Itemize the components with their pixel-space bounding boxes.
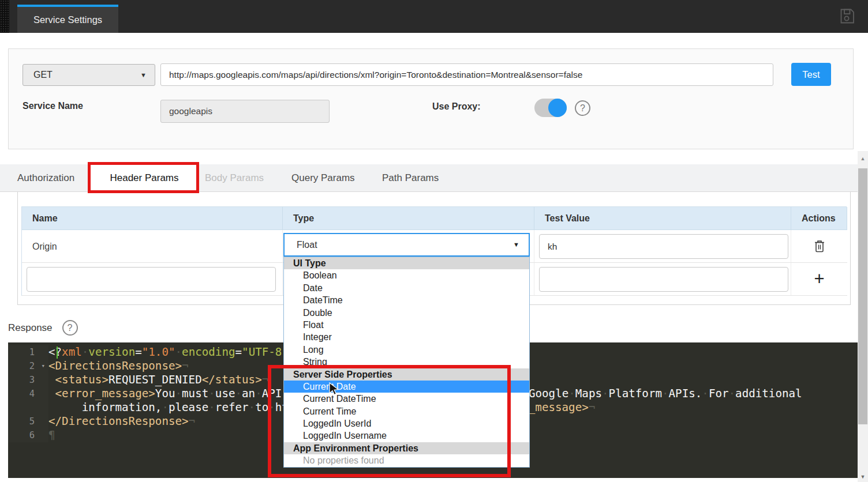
method-select[interactable]: GET ▼: [23, 64, 155, 86]
column-header-test-value: Test Value: [534, 207, 791, 230]
tab-header-params[interactable]: Header Params: [89, 164, 199, 193]
tab-query-params[interactable]: Query Params: [291, 164, 355, 192]
chevron-down-icon: ▼: [513, 234, 519, 255]
param-name-value: Origin: [22, 230, 282, 263]
dropdown-option-datetime[interactable]: DateTime: [284, 294, 529, 306]
top-bar: Service Settings: [0, 0, 868, 33]
line-number: 1: [8, 345, 48, 359]
chevron-down-icon: ▼: [140, 65, 147, 85]
dropdown-option-current-time[interactable]: Current Time: [284, 405, 529, 417]
option-group-app-environment-properties: App Environment Properties: [284, 442, 529, 454]
text-caret: [57, 347, 58, 359]
vertical-scrollbar[interactable]: ▲ ▼: [858, 151, 868, 482]
tab-body-params: Body Params: [205, 164, 264, 192]
delete-row-button[interactable]: [791, 230, 847, 262]
new-param-name-input[interactable]: [27, 267, 276, 292]
panel-handle[interactable]: [0, 0, 9, 33]
new-test-value-input[interactable]: [539, 267, 788, 292]
param-test-value-cell: [534, 230, 791, 263]
test-button[interactable]: Test: [791, 63, 831, 86]
response-label: Response: [8, 322, 53, 334]
dropdown-option-integer[interactable]: Integer: [284, 331, 529, 343]
fold-arrow-icon[interactable]: ▾: [41, 359, 45, 373]
new-row-actions-cell: +: [791, 263, 847, 296]
request-form: GET ▼ Test Service Name Use Proxy: ?: [8, 48, 854, 149]
dropdown-option-boolean[interactable]: Boolean: [284, 269, 529, 281]
service-name-label: Service Name: [23, 101, 83, 111]
dropdown-option-date[interactable]: Date: [284, 282, 529, 294]
line-number: 3: [8, 373, 48, 387]
proxy-help-icon[interactable]: ?: [575, 100, 590, 116]
response-help-icon[interactable]: ?: [62, 320, 78, 336]
dropdown-option-string[interactable]: String: [284, 356, 529, 368]
column-header-type: Type: [283, 207, 534, 230]
line-number: 2▾: [8, 359, 48, 373]
table-row: Origin: [22, 230, 283, 263]
page-title: Service Settings: [33, 14, 102, 25]
line-number: [8, 401, 48, 415]
tab-path-params[interactable]: Path Params: [382, 164, 439, 192]
type-dropdown-list: UI TypeBooleanDateDateTimeDoubleFloatInt…: [283, 257, 530, 468]
method-value: GET: [33, 70, 53, 80]
trash-icon: [813, 239, 826, 254]
save-button[interactable]: [838, 7, 858, 27]
plus-icon: +: [814, 269, 824, 289]
use-proxy-label: Use Proxy:: [432, 101, 481, 112]
dropdown-option-double[interactable]: Double: [284, 307, 529, 319]
column-header-actions: Actions: [791, 207, 847, 230]
dropdown-option-current-datetime[interactable]: Current DateTime: [284, 393, 529, 405]
service-name-input[interactable]: [160, 100, 330, 123]
line-number: 4: [8, 387, 48, 401]
dropdown-option-current-date[interactable]: Current Date: [284, 381, 529, 393]
new-row-test-value-cell: [534, 263, 791, 296]
new-row-name-cell: [22, 263, 283, 296]
dropdown-option-no-properties-found: No properties found: [284, 454, 529, 466]
dropdown-option-loggedin-username[interactable]: LoggedIn Username: [284, 430, 529, 442]
param-tabs: AuthorizationHeader ParamsBody ParamsQue…: [0, 164, 858, 192]
option-group-server-side-properties: Server Side Properties: [284, 368, 529, 381]
option-group-ui-type: UI Type: [284, 257, 529, 269]
line-number: 6: [8, 428, 48, 442]
dropdown-option-loggedin-userid[interactable]: LoggedIn UserId: [284, 417, 529, 430]
column-header-name: Name: [22, 207, 283, 230]
scrollbar-thumb[interactable]: [858, 168, 867, 424]
use-proxy-toggle[interactable]: [534, 99, 567, 117]
type-select[interactable]: Float ▼: [283, 233, 530, 257]
service-settings-screen: Service Settings GET ▼ Test Service Name…: [0, 0, 868, 482]
tab-authorization[interactable]: Authorization: [17, 164, 74, 192]
toggle-knob-icon: [548, 99, 567, 117]
line-number: 5: [8, 415, 48, 428]
test-value-input[interactable]: [539, 234, 788, 259]
type-selected-value: Float: [297, 240, 317, 250]
dropdown-option-float[interactable]: Float: [284, 319, 529, 331]
response-header: Response ?: [8, 320, 78, 336]
scroll-up-icon[interactable]: ▲: [858, 156, 868, 161]
url-input[interactable]: [160, 63, 773, 86]
dropdown-option-long[interactable]: Long: [284, 344, 529, 356]
save-icon: [838, 7, 856, 25]
tab-service-settings[interactable]: Service Settings: [17, 5, 118, 33]
scroll-down-icon[interactable]: ▼: [858, 474, 868, 480]
add-row-button[interactable]: +: [791, 263, 847, 295]
param-actions-cell: [791, 230, 847, 263]
